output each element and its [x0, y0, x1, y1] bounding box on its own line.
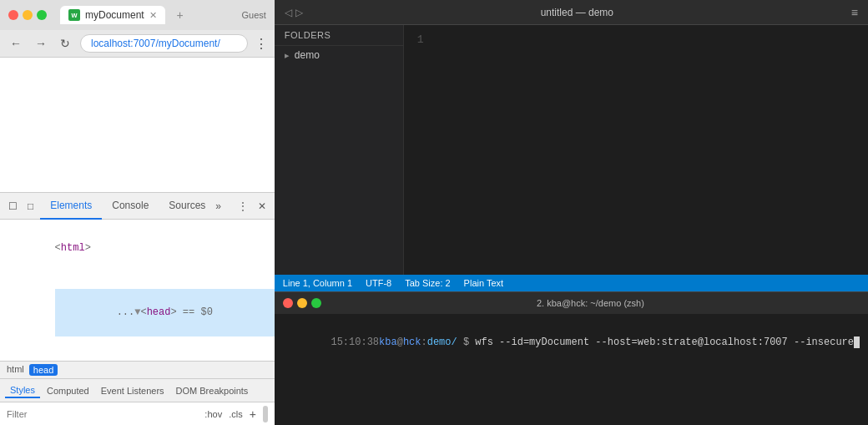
devtools-actions: ⋮ ✕ — [235, 197, 270, 215]
terminal-maximize-button[interactable] — [311, 298, 321, 308]
filter-cls[interactable]: .cls — [229, 409, 243, 419]
html-tree-line-1[interactable]: <html> — [7, 225, 268, 273]
editor-menu-button[interactable]: ≡ — [851, 6, 858, 19]
address-bar[interactable]: localhost:7007/myDocument/ — [80, 34, 248, 53]
folder-name: demo — [295, 49, 320, 61]
browser-content — [0, 58, 275, 192]
new-tab-button[interactable]: + — [170, 5, 190, 25]
folders-header: FOLDERS — [275, 25, 403, 46]
editor-text-area[interactable] — [437, 32, 855, 268]
terminal-line-1: 15:10:38kba@hck:demo/ $ wfs --id=myDocum… — [283, 319, 860, 367]
terminal-traffic-lights — [283, 298, 321, 308]
devtools-panel: ☐ □ Elements Console Sources » ⋮ ✕ — [0, 192, 275, 425]
tab-elements[interactable]: Elements — [40, 193, 102, 220]
status-position[interactable]: Line 1, Column 1 — [283, 278, 352, 288]
styles-tab-event-listeners[interactable]: Event Listeners — [96, 384, 169, 397]
terminal-content[interactable]: 15:10:38kba@hck:demo/ $ wfs --id=myDocum… — [275, 314, 868, 425]
filter-pseudo[interactable]: :hov — [204, 409, 222, 419]
line-number-1: 1 — [417, 32, 424, 49]
html-tree: <html> ...▼<head> == $0 <title>myDocumen… — [0, 220, 275, 361]
devtools-tabs: Elements Console Sources » — [40, 193, 221, 220]
styles-tab-computed[interactable]: Computed — [42, 384, 94, 397]
devtools-menu-button[interactable]: ⋮ — [235, 197, 251, 215]
devtools-toolbar: ☐ □ Elements Console Sources » ⋮ ✕ — [0, 193, 275, 220]
selected-line: ...▼<head> == $0 — [55, 289, 275, 337]
editor-titlebar: ◁ ▷ untitled — demo ≡ — [275, 0, 868, 25]
url-display: localhost:7007/myDocument/ — [91, 38, 220, 49]
terminal-close-button[interactable] — [283, 298, 293, 308]
status-language[interactable]: Plain Text — [464, 278, 504, 288]
editor-main: FOLDERS ▸ demo 1 — [275, 25, 868, 275]
editor-next-button[interactable]: ▷ — [295, 7, 303, 18]
filter-bar: :hov .cls + — [0, 402, 275, 425]
terminal-time: 15:10:38 — [331, 336, 379, 348]
editor-title: untitled — demo — [303, 7, 851, 18]
styles-tab-styles[interactable]: Styles — [5, 383, 40, 398]
styles-tab-bar: Styles Computed Event Listeners DOM Brea… — [0, 378, 275, 402]
traffic-lights — [8, 10, 47, 20]
folder-demo[interactable]: ▸ demo — [275, 46, 403, 64]
line-numbers: 1 — [417, 32, 424, 268]
status-encoding[interactable]: UTF-8 — [366, 278, 391, 288]
device-button[interactable]: □ — [24, 197, 37, 215]
tab-sources[interactable]: Sources — [159, 193, 215, 220]
html-tree-line-3[interactable]: <title>myDocument</title> — [7, 353, 268, 362]
close-button[interactable] — [8, 10, 18, 20]
folders-panel: FOLDERS ▸ demo — [275, 25, 404, 275]
browser-chrome: w myDocument ✕ + Guest ← → ↻ localhost:7… — [0, 0, 275, 58]
terminal-minimize-button[interactable] — [297, 298, 307, 308]
filter-scrollbar[interactable] — [263, 406, 268, 422]
browser-titlebar: w myDocument ✕ + Guest — [0, 0, 275, 30]
tab-favicon: w — [68, 9, 80, 21]
tab-close-button[interactable]: ✕ — [149, 10, 157, 21]
browser-tab[interactable]: w myDocument ✕ — [60, 6, 165, 24]
more-tabs-button[interactable]: » — [215, 200, 221, 212]
terminal-cursor — [854, 336, 860, 348]
editor-content: 1 — [404, 25, 868, 275]
devtools-close-button[interactable]: ✕ — [255, 197, 270, 215]
address-bar-container: ← → ↻ localhost:7007/myDocument/ ⋮ — [0, 30, 275, 58]
minimize-button[interactable] — [23, 10, 33, 20]
folder-icon: ▸ — [285, 50, 290, 61]
editor-area: 1 — [404, 25, 868, 275]
browser-panel: w myDocument ✕ + Guest ← → ↻ localhost:7… — [0, 0, 275, 425]
terminal-titlebar: 2. kba@hck: ~/demo (zsh) — [275, 292, 868, 314]
back-button[interactable]: ← — [7, 35, 25, 52]
html-tree-line-2[interactable]: ...▼<head> == $0 — [7, 273, 268, 353]
styles-tab-dom-breakpoints[interactable]: DOM Breakpoints — [171, 384, 254, 397]
maximize-button[interactable] — [37, 10, 47, 20]
terminal-host: hck — [403, 336, 421, 348]
terminal-dir: demo/ — [427, 336, 457, 348]
breadcrumb: html head — [0, 361, 275, 378]
forward-button[interactable]: → — [32, 35, 50, 52]
editor-statusbar: Line 1, Column 1 UTF-8 Tab Size: 2 Plain… — [275, 275, 868, 291]
status-tab-size[interactable]: Tab Size: 2 — [405, 278, 450, 288]
reload-button[interactable]: ↻ — [57, 35, 73, 52]
guest-label: Guest — [241, 10, 265, 20]
editor-nav-buttons: ◁ ▷ — [285, 7, 303, 18]
terminal-title: 2. kba@hck: ~/demo (zsh) — [321, 298, 860, 308]
editor-prev-button[interactable]: ◁ — [285, 7, 292, 18]
tab-title: myDocument — [85, 9, 144, 21]
terminal-panel: 2. kba@hck: ~/demo (zsh) 15:10:38kba@hck… — [275, 291, 868, 425]
breadcrumb-head[interactable]: head — [29, 364, 58, 376]
terminal-command: wfs --id=myDocument --host=web:strate@lo… — [475, 336, 854, 348]
editor-panel: ◁ ▷ untitled — demo ≡ FOLDERS ▸ demo 1 — [275, 0, 868, 425]
breadcrumb-html[interactable]: html — [7, 364, 24, 376]
more-button[interactable]: ⋮ — [255, 36, 268, 52]
filter-input[interactable] — [7, 409, 198, 419]
filter-add-button[interactable]: + — [250, 407, 256, 421]
tab-console[interactable]: Console — [102, 193, 159, 220]
terminal-user: kba — [379, 336, 397, 348]
inspector-button[interactable]: ☐ — [5, 197, 21, 215]
